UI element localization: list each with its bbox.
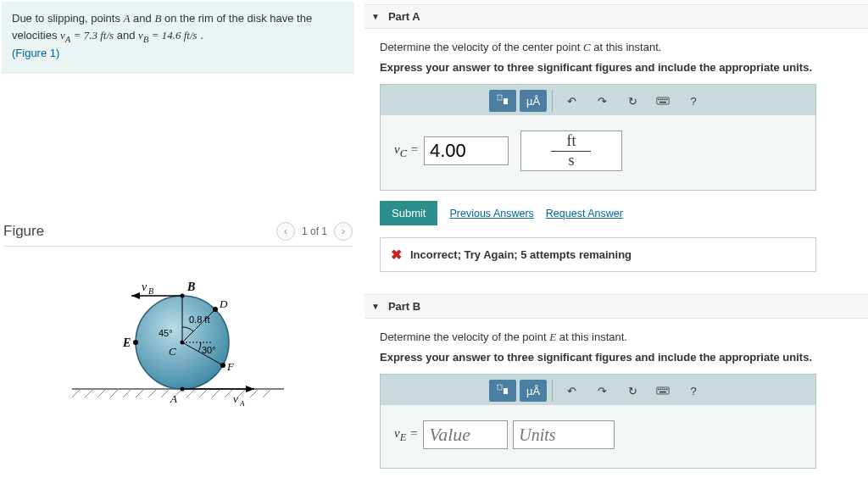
svg-line-14: [237, 389, 246, 397]
svg-rect-45: [498, 95, 502, 100]
templates-icon[interactable]: [489, 90, 516, 112]
svg-rect-56: [657, 387, 669, 394]
svg-text:A: A: [170, 392, 177, 405]
svg-marker-28: [131, 292, 140, 299]
special-chars-button[interactable]: µÅ: [520, 90, 547, 112]
caret-down-icon: ▼: [371, 12, 380, 21]
svg-rect-57: [658, 389, 659, 391]
svg-point-19: [133, 340, 138, 345]
svg-text:C: C: [169, 345, 176, 358]
redo-button[interactable]: ↷: [588, 380, 615, 402]
previous-answers-link[interactable]: Previous Answers: [449, 208, 533, 219]
svg-rect-60: [665, 389, 666, 391]
reset-button[interactable]: ↻: [619, 90, 646, 112]
svg-text:45°: 45°: [159, 328, 173, 338]
svg-line-13: [225, 389, 233, 397]
svg-rect-62: [659, 392, 666, 393]
svg-line-8: [161, 389, 170, 397]
svg-text:B: B: [186, 281, 195, 293]
svg-line-2: [85, 389, 93, 397]
svg-text:A: A: [239, 399, 245, 408]
svg-line-12: [212, 389, 220, 397]
svg-rect-61: [666, 389, 668, 391]
part-a-toolbar: µÅ ↶ ↷ ↻ ?: [381, 85, 815, 115]
figure-prev-button[interactable]: ‹: [276, 222, 295, 241]
svg-rect-50: [662, 99, 664, 101]
part-a-value-input[interactable]: [424, 136, 509, 165]
keyboard-button[interactable]: [649, 90, 676, 112]
part-a-title: Part A: [388, 10, 420, 23]
part-b-question: Determine the velocity of the point E at…: [380, 331, 853, 344]
request-answer-link[interactable]: Request Answer: [546, 208, 623, 219]
svg-text:F: F: [226, 360, 235, 373]
undo-button[interactable]: ↶: [558, 90, 585, 112]
undo-button[interactable]: ↶: [558, 380, 585, 402]
svg-line-11: [199, 389, 208, 397]
figure-link[interactable]: (Figure 1): [12, 47, 59, 59]
part-a-units-box[interactable]: ft s: [520, 131, 622, 171]
reset-button[interactable]: ↻: [619, 380, 646, 402]
svg-rect-52: [666, 99, 668, 101]
svg-text:D: D: [219, 297, 228, 310]
part-a-instruction: Express your answer to three significant…: [380, 61, 853, 74]
part-b-instruction: Express your answer to three significant…: [380, 351, 853, 364]
part-b-var-label: vE =: [394, 426, 418, 444]
svg-line-5: [123, 389, 131, 397]
svg-rect-54: [498, 385, 502, 390]
svg-rect-55: [504, 388, 508, 394]
part-b-header[interactable]: ▼ Part B: [364, 294, 868, 319]
problem-statement: Due to slipping, points A and B on the r…: [2, 2, 354, 74]
svg-rect-47: [657, 97, 669, 104]
svg-text:v: v: [142, 281, 147, 293]
svg-text:v: v: [233, 392, 238, 405]
svg-text:E: E: [122, 336, 131, 349]
part-a-answer-panel: µÅ ↶ ↷ ↻ ? vC = ft s: [380, 84, 816, 191]
svg-line-16: [263, 389, 271, 397]
part-b-units-input[interactable]: [513, 420, 615, 449]
svg-rect-48: [658, 99, 659, 101]
svg-text:30°: 30°: [202, 345, 216, 355]
svg-line-4: [110, 389, 119, 397]
svg-rect-53: [659, 102, 666, 103]
svg-line-7: [148, 389, 157, 397]
keyboard-button[interactable]: [649, 380, 676, 402]
svg-marker-30: [246, 386, 254, 392]
svg-line-3: [97, 389, 106, 397]
svg-rect-59: [662, 389, 664, 391]
svg-line-6: [136, 389, 144, 397]
svg-text:0.8 ft: 0.8 ft: [189, 314, 209, 325]
part-a-var-label: vC =: [394, 142, 419, 160]
svg-rect-58: [660, 389, 662, 391]
help-button[interactable]: ?: [680, 90, 707, 112]
figure-pager-label: 1 of 1: [302, 225, 327, 237]
help-button[interactable]: ?: [680, 380, 707, 402]
figure-next-button[interactable]: ›: [334, 222, 353, 241]
part-a-feedback: ✖ Incorrect; Try Again; 5 attempts remai…: [380, 237, 816, 272]
redo-button[interactable]: ↷: [588, 90, 615, 112]
part-b-answer-panel: µÅ ↶ ↷ ↻ ? vE =: [380, 374, 816, 469]
svg-text:B: B: [148, 286, 153, 296]
part-b-toolbar: µÅ ↶ ↷ ↻ ?: [381, 375, 815, 405]
part-b-title: Part B: [388, 300, 420, 313]
special-chars-button[interactable]: µÅ: [520, 380, 547, 402]
figure-diagram: v B B D 0.8 ft 45° 30° E C A F v A: [3, 262, 353, 417]
svg-rect-49: [660, 99, 662, 101]
svg-line-15: [250, 389, 259, 397]
templates-icon[interactable]: [489, 380, 516, 402]
incorrect-icon: ✖: [391, 247, 402, 263]
figure-title: Figure: [3, 223, 44, 240]
caret-down-icon: ▼: [371, 302, 380, 311]
svg-line-10: [186, 389, 195, 397]
svg-line-1: [72, 389, 81, 397]
svg-rect-51: [665, 99, 666, 101]
part-a-question: Determine the velocity of the center poi…: [380, 41, 853, 54]
part-a-header[interactable]: ▼ Part A: [364, 4, 868, 29]
svg-rect-46: [504, 98, 508, 104]
part-a-submit-button[interactable]: Submit: [380, 201, 437, 225]
part-b-value-input[interactable]: [423, 420, 508, 449]
